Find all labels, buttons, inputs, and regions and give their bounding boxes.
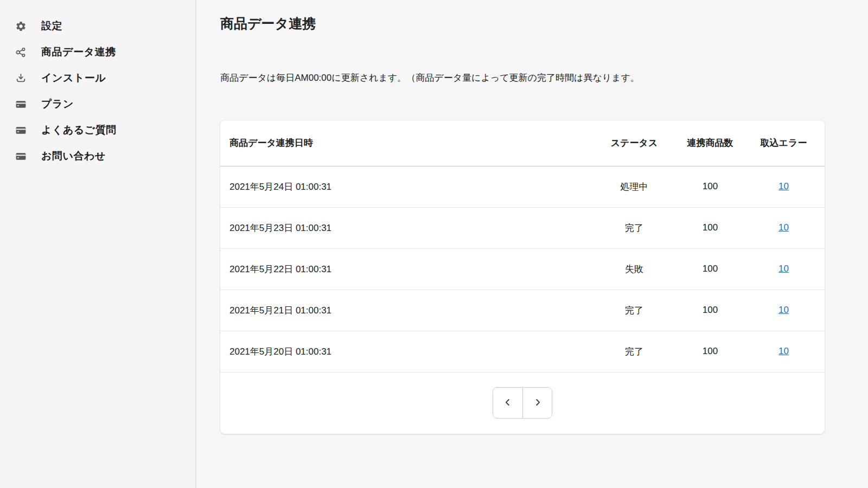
pagination-button-group — [493, 387, 552, 419]
table-row: 2021年5月23日 01:00:31 完了 100 10 — [220, 207, 825, 248]
sidebar-item-label: 設定 — [41, 19, 62, 33]
table-row: 2021年5月22日 01:00:31 失敗 100 10 — [220, 248, 825, 290]
gear-icon — [15, 21, 27, 32]
sync-history-table: 商品データ連携日時 ステータス 連携商品数 取込エラー 2021年5月24日 0… — [220, 120, 825, 373]
sidebar-item-product-data-sync[interactable]: 商品データ連携 — [0, 39, 195, 65]
cell-count: 100 — [669, 290, 751, 331]
sidebar-item-label: インストール — [41, 71, 106, 85]
error-count-link[interactable]: 10 — [778, 305, 789, 315]
column-header-datetime: 商品データ連携日時 — [220, 120, 599, 166]
sidebar-item-label: プラン — [41, 97, 74, 111]
credit-card-icon — [15, 125, 27, 136]
page-title: 商品データ連携 — [220, 14, 868, 33]
column-header-status: ステータス — [599, 120, 669, 166]
cell-datetime: 2021年5月24日 01:00:31 — [220, 166, 599, 207]
column-header-errors: 取込エラー — [751, 120, 825, 166]
chevron-left-icon — [503, 397, 513, 409]
sidebar-item-label: 商品データ連携 — [41, 45, 116, 59]
cell-status: 完了 — [599, 331, 669, 372]
sidebar-item-label: よくあるご質問 — [41, 123, 117, 137]
sidebar: 設定 商品データ連携 — [0, 0, 196, 488]
page-description: 商品データは毎日AM00:00に更新されます。（商品データ量によって更新の完了時… — [220, 72, 868, 85]
main-content: 商品データ連携 商品データは毎日AM00:00に更新されます。（商品データ量によ… — [196, 0, 868, 488]
cell-errors: 10 — [751, 248, 825, 290]
table-row: 2021年5月24日 01:00:31 処理中 100 10 — [220, 166, 825, 207]
credit-card-icon — [15, 151, 27, 162]
cell-status: 完了 — [599, 290, 669, 331]
cell-errors: 10 — [751, 166, 825, 207]
app-window: 設定 商品データ連携 — [0, 0, 868, 488]
cell-count: 100 — [669, 207, 751, 248]
cell-datetime: 2021年5月21日 01:00:31 — [220, 290, 599, 331]
error-count-link[interactable]: 10 — [778, 222, 789, 233]
cell-count: 100 — [669, 248, 751, 290]
cell-status: 完了 — [599, 207, 669, 248]
sync-history-card: 商品データ連携日時 ステータス 連携商品数 取込エラー 2021年5月24日 0… — [220, 120, 825, 434]
error-count-link[interactable]: 10 — [778, 181, 789, 191]
error-count-link[interactable]: 10 — [778, 264, 789, 274]
sidebar-item-settings[interactable]: 設定 — [0, 13, 195, 39]
chevron-right-icon — [533, 397, 542, 409]
sidebar-item-label: お問い合わせ — [41, 149, 106, 163]
sidebar-item-plan[interactable]: プラン — [0, 91, 195, 117]
sidebar-item-contact[interactable]: お問い合わせ — [0, 143, 195, 169]
sidebar-item-faq[interactable]: よくあるご質問 — [0, 117, 195, 143]
cell-errors: 10 — [751, 331, 825, 372]
error-count-link[interactable]: 10 — [778, 346, 789, 356]
pagination-prev-button[interactable] — [493, 388, 522, 418]
sidebar-item-install[interactable]: インストール — [0, 65, 195, 91]
pagination-next-button[interactable] — [522, 388, 552, 418]
cell-status: 失敗 — [599, 248, 669, 290]
sidebar-nav: 設定 商品データ連携 — [0, 13, 195, 169]
cell-datetime: 2021年5月20日 01:00:31 — [220, 331, 599, 372]
cell-errors: 10 — [751, 290, 825, 331]
share-icon — [15, 47, 27, 58]
table-row: 2021年5月21日 01:00:31 完了 100 10 — [220, 290, 825, 331]
pagination — [220, 373, 825, 434]
column-header-count: 連携商品数 — [669, 120, 751, 166]
cell-status: 処理中 — [599, 166, 669, 207]
download-icon — [15, 73, 27, 84]
credit-card-icon — [15, 99, 27, 110]
table-row: 2021年5月20日 01:00:31 完了 100 10 — [220, 331, 825, 372]
cell-errors: 10 — [751, 207, 825, 248]
table-header-row: 商品データ連携日時 ステータス 連携商品数 取込エラー — [220, 120, 825, 166]
cell-count: 100 — [669, 166, 751, 207]
cell-datetime: 2021年5月23日 01:00:31 — [220, 207, 599, 248]
cell-count: 100 — [669, 331, 751, 372]
cell-datetime: 2021年5月22日 01:00:31 — [220, 248, 599, 290]
